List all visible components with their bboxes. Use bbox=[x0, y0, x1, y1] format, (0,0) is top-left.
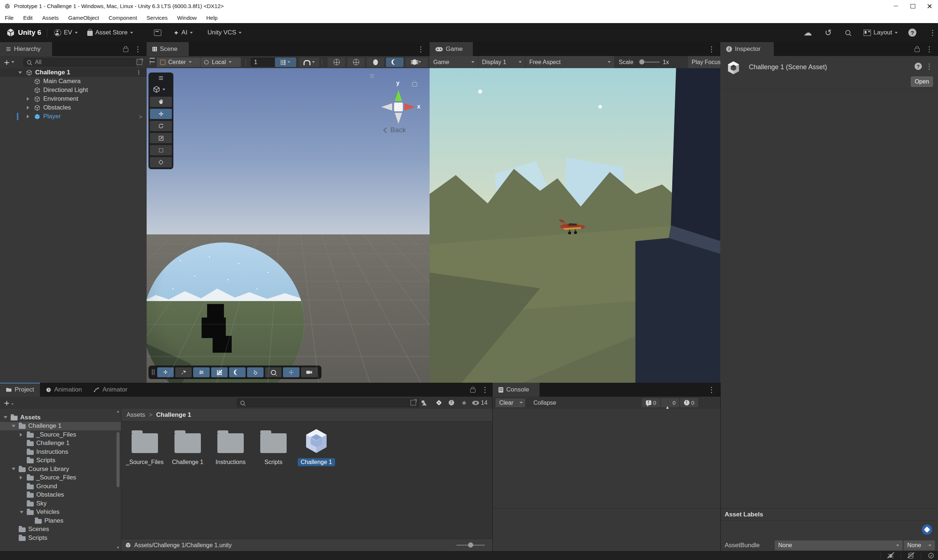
hierarchy-item-main-camera[interactable]: Main Camera bbox=[0, 77, 147, 86]
asset-challenge-1-scene[interactable]: Challenge 1 bbox=[296, 427, 337, 466]
tree-item-ground[interactable]: Ground bbox=[0, 482, 121, 491]
hierarchy-item-obstacles[interactable]: Obstacles bbox=[0, 103, 147, 112]
move-tool-button[interactable] bbox=[150, 109, 172, 119]
tab-hierarchy[interactable]: Hierarchy bbox=[0, 42, 52, 56]
scroll-up-icon[interactable] bbox=[117, 411, 119, 412]
menu-component[interactable]: Component bbox=[104, 12, 142, 23]
kebab-icon[interactable]: ⋮ bbox=[136, 70, 142, 75]
expand-icon[interactable] bbox=[20, 433, 24, 437]
kebab-icon[interactable]: ⋮ bbox=[708, 386, 715, 393]
console-log-area[interactable] bbox=[493, 409, 720, 551]
shading-mode-button[interactable] bbox=[328, 57, 345, 67]
tab-project[interactable]: Project bbox=[0, 383, 40, 397]
overlay-lighting-button[interactable] bbox=[229, 367, 245, 377]
popout-icon[interactable] bbox=[137, 59, 142, 65]
expand-icon[interactable] bbox=[20, 511, 24, 514]
effects-dropdown[interactable] bbox=[406, 57, 428, 67]
add-object-button[interactable]: + bbox=[4, 58, 14, 67]
overlay-move-button[interactable] bbox=[157, 367, 174, 377]
tool-settings-dropdown[interactable] bbox=[153, 86, 165, 93]
open-button[interactable]: Open bbox=[911, 77, 933, 87]
filter-by-type-icon[interactable] bbox=[421, 400, 427, 405]
overlay-settings-button[interactable] bbox=[193, 367, 210, 377]
kebab-icon[interactable]: ⋮ bbox=[926, 63, 933, 70]
rect-tool-button[interactable] bbox=[150, 145, 172, 155]
game-viewport[interactable] bbox=[430, 68, 720, 383]
tree-item-scenes[interactable]: Scenes bbox=[0, 525, 121, 534]
tree-item-source-files[interactable]: _Source_Files bbox=[0, 430, 121, 439]
console-splitter[interactable] bbox=[493, 508, 720, 509]
project-search-field[interactable] bbox=[237, 398, 419, 407]
asset-scripts-folder[interactable]: Scripts bbox=[253, 427, 294, 466]
asset-store-dropdown[interactable]: Asset Store bbox=[87, 23, 133, 42]
expand-icon[interactable] bbox=[19, 71, 22, 74]
tree-item-scripts[interactable]: Scripts bbox=[0, 534, 121, 542]
asset-instructions-folder[interactable]: Instructions bbox=[210, 427, 251, 466]
rotate-tool-button[interactable] bbox=[150, 121, 172, 131]
activity-ok-icon[interactable] bbox=[928, 552, 934, 559]
console-error-count[interactable]: 0 bbox=[680, 398, 698, 407]
hierarchy-item-directional-light[interactable]: Directional Light bbox=[0, 86, 147, 94]
overlay-particles-button[interactable] bbox=[247, 367, 264, 377]
view-tool-button[interactable] bbox=[150, 97, 172, 107]
create-asset-button[interactable]: + bbox=[4, 398, 14, 407]
thumbnail-size-slider[interactable] bbox=[457, 545, 485, 546]
kebab-icon[interactable]: ⋮ bbox=[417, 45, 424, 53]
asset-labels-header[interactable]: Asset Labels bbox=[720, 508, 938, 521]
tool-handle-rotation-dropdown[interactable]: Local bbox=[201, 57, 241, 67]
gizmo-neg-y-cone[interactable] bbox=[395, 113, 402, 124]
hierarchy-item-challenge-1[interactable]: Challenge 1⋮ bbox=[0, 68, 147, 77]
add-label-button[interactable] bbox=[922, 525, 932, 535]
slider-knob[interactable] bbox=[468, 542, 473, 548]
gizmo-x-cone[interactable] bbox=[404, 103, 415, 111]
hierarchy-search-input[interactable] bbox=[34, 58, 132, 66]
expand-icon[interactable] bbox=[27, 115, 29, 118]
tree-item-assets[interactable]: Assets bbox=[0, 413, 121, 422]
console-log-count[interactable]: 0 bbox=[642, 398, 660, 407]
overlay-tools-button[interactable] bbox=[175, 367, 192, 377]
drag-handle[interactable] bbox=[370, 75, 374, 76]
overlay-search-button[interactable] bbox=[265, 367, 281, 377]
drag-handle[interactable] bbox=[152, 369, 153, 375]
lighting-toggle[interactable] bbox=[367, 57, 384, 67]
chevron-icon[interactable]: > bbox=[139, 114, 142, 120]
transform-tool-button[interactable] bbox=[150, 157, 172, 168]
tree-item-challenge-1[interactable]: Challenge 1 bbox=[0, 439, 121, 448]
menu-services[interactable]: Services bbox=[142, 12, 173, 23]
unity-vcs-dropdown[interactable]: Unity VCS bbox=[207, 23, 242, 42]
tab-animation[interactable]: Animation bbox=[40, 383, 88, 397]
expand-icon[interactable] bbox=[12, 425, 16, 428]
scale-slider[interactable] bbox=[639, 62, 660, 63]
kebab-icon[interactable]: ⋮ bbox=[481, 386, 489, 393]
toolbar-kebab[interactable]: ⋮ bbox=[929, 23, 936, 42]
menu-gameobject[interactable]: GameObject bbox=[63, 12, 104, 23]
overlay-camera-button[interactable] bbox=[301, 367, 318, 377]
hierarchy-item-environment[interactable]: Environment bbox=[0, 94, 147, 103]
asset-challenge-1-folder[interactable]: Challenge 1 bbox=[167, 427, 208, 466]
menu-window[interactable]: Window bbox=[172, 12, 201, 23]
help-icon[interactable]: ? bbox=[915, 63, 922, 70]
cloud-button[interactable]: ☁ bbox=[804, 23, 812, 42]
expand-icon[interactable] bbox=[27, 106, 29, 109]
account-dropdown[interactable]: EV bbox=[54, 23, 78, 42]
tree-item-vehicles[interactable]: Vehicles bbox=[0, 508, 121, 517]
filter-importance-icon[interactable] bbox=[449, 400, 454, 405]
visibility-icon[interactable] bbox=[472, 401, 479, 405]
gizmo-back-button[interactable]: Back bbox=[384, 126, 406, 134]
tree-item-obstacles[interactable]: Obstacles bbox=[0, 491, 121, 500]
debugger-disabled-icon[interactable] bbox=[887, 552, 894, 559]
clear-button[interactable]: Clear bbox=[495, 398, 525, 407]
breadcrumb-root[interactable]: Assets bbox=[127, 411, 145, 418]
lock-icon[interactable] bbox=[915, 48, 919, 52]
clear-dropdown[interactable] bbox=[517, 402, 525, 404]
gizmo-neg-x-cone[interactable] bbox=[381, 103, 392, 111]
maximize-button[interactable] bbox=[904, 0, 921, 12]
kebab-icon[interactable]: ⋮ bbox=[708, 45, 715, 53]
tree-item-planes[interactable]: Planes bbox=[0, 517, 121, 525]
menu-edit[interactable]: Edit bbox=[19, 12, 37, 23]
expand-icon[interactable] bbox=[12, 468, 16, 470]
cache-server-disabled-icon[interactable] bbox=[907, 552, 914, 559]
2d-toggle[interactable] bbox=[347, 57, 365, 67]
gizmo-center-cube[interactable] bbox=[394, 103, 403, 111]
scrollbar-thumb[interactable] bbox=[117, 432, 119, 487]
